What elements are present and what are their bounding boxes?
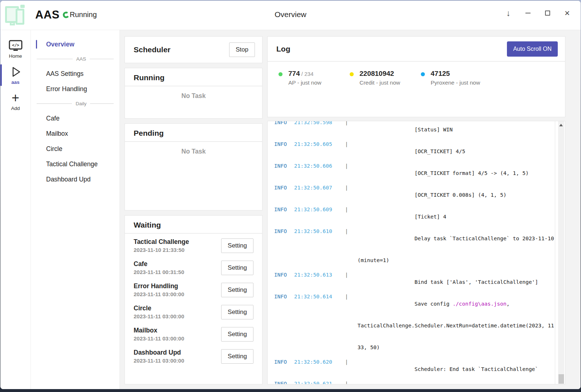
log-scrollbar[interactable] [558,121,564,384]
log-timestamp: 21:32:50.598 [294,121,345,140]
log-message-segment: TacticalChallenge.Scheduler.NextRun=date… [358,323,555,328]
minimize-button[interactable] [518,5,538,21]
sidebar-item[interactable]: Mailbox [31,126,119,141]
sidebar-item[interactable]: Overview [31,37,119,52]
waiting-task-next-run: 2023-11-11 00:31:50 [134,269,184,275]
log-line: INFO 21:32:50.609 [Ticket] 4 [274,206,555,228]
sidebar-item[interactable]: Daily [31,97,119,111]
task-setting-button[interactable]: Setting [221,349,253,364]
log-message: Scheduler: End task `TacticalChallenge` [351,358,538,380]
log-message: Bind task ['Alas', 'TacticalChallenge'] [351,271,538,293]
stop-button[interactable]: Stop [229,42,255,57]
log-message-segment: ./config\aas.json [452,301,506,307]
log-timestamp: 21:32:50.610 [294,228,345,249]
waiting-task-row: Cafe 2023-11-11 00:31:50 Setting [134,257,253,279]
stat-dot-icon [279,72,283,76]
sidebar-item[interactable]: Circle [31,141,119,156]
pending-title: Pending [134,129,253,138]
stat-label: AP - just now [288,79,350,86]
log-timestamp: 21:32:50.621 [294,380,345,384]
sidebar-item-label: Overview [46,41,74,48]
task-setting-button[interactable]: Setting [221,283,253,297]
sidebar-nav: Overview AAS AAS Settings Error Handling… [31,30,120,389]
sidebar-item[interactable]: Tactical Challenge [31,156,119,172]
log-separator [345,162,351,184]
sidebar-item[interactable]: Dashboard Upd [31,172,119,187]
stat-value-line: 47125 [431,70,492,78]
log-line: 33, 50) [274,336,555,358]
download-button[interactable]: ↓ [499,5,518,21]
log-level: INFO [274,271,294,293]
log-level: INFO [274,206,294,228]
log-title: Log [276,45,290,53]
log-line: INFO 21:32:50.606 [OCR_TICKET format] 4/… [274,162,555,184]
waiting-task-next-run: 2023-11-11 03:00:00 [134,335,184,342]
log-message-segment: Delay task `TacticalChallenge` to 2023-1… [415,236,555,241]
log-level: INFO [274,121,294,140]
log-line: INFO 21:32:50.605 [OCR_TICKET] 4/5 [274,140,555,162]
task-setting-button[interactable]: Setting [221,327,253,342]
running-card: Running No Task [125,68,263,119]
rail-item-add[interactable]: + Add [0,88,31,114]
log-message-segment: [OCR_TICKET format] 4/5 -> (4, 1, 5) [415,170,529,176]
logo-monitor-stand [10,22,15,25]
waiting-task-row: Error Handling 2023-11-11 03:00:00 Setti… [134,279,253,301]
scrollbar-thumb[interactable] [558,374,564,384]
window-controls: ↓ ✕ [499,5,577,21]
log-message-segment: [Ticket] 4 [415,214,446,220]
stat-value: 220810942 [359,70,394,77]
waiting-title: Waiting [134,221,253,229]
stat-block: 47125 Pyroxene - just now [421,70,492,86]
waiting-task-name: Circle [134,305,184,312]
play-icon [9,65,22,79]
sidebar-item[interactable]: Error Handling [31,81,119,97]
scheduler-card: Scheduler Stop [125,36,263,63]
sidebar-item[interactable]: AAS Settings [31,66,119,81]
log-header: Log Auto Scroll ON [268,37,565,62]
scrollbar-up-arrow-icon[interactable] [559,124,563,126]
sidebar-item[interactable]: AAS [31,52,119,66]
sidebar-item-label: Error Handling [46,85,87,93]
waiting-task-next-run: 2023-11-11 03:00:00 [134,313,184,319]
close-button[interactable]: ✕ [557,5,577,21]
log-message-segment: [OCR_TICKET 0.008s] (4, 1, 5) [415,192,507,198]
task-setting-button[interactable]: Setting [221,261,253,275]
log-level: INFO [274,162,294,184]
pending-empty-text: No Task [125,148,262,155]
log-line: INFO 21:32:50.610 Delay task `TacticalCh… [274,228,555,249]
waiting-task-list: Tactical Challenge 2023-11-10 21:33:50 S… [125,234,262,367]
log-level: INFO [274,228,294,249]
log-message: (minute=1) [294,249,389,271]
stat-value-line: 220810942 [359,70,421,78]
log-separator [345,121,351,140]
log-message: [OCR_TICKET format] 4/5 -> (4, 1, 5) [351,162,529,184]
waiting-card: Waiting Tactical Challenge 2023-11-10 21… [125,215,263,384]
task-setting-button[interactable]: Setting [221,238,253,253]
waiting-task-row: Dashboard Upd 2023-11-11 03:00:00 Settin… [134,345,253,367]
task-setting-button[interactable]: Setting [221,305,253,319]
log-message: [Status] WIN [351,121,452,140]
rail-item-aas[interactable]: aas [0,62,31,88]
scheduler-title: Scheduler [134,45,171,54]
title-bar: AAS Running Overview ↓ ✕ [0,1,581,30]
waiting-task-row: Tactical Challenge 2023-11-10 21:33:50 S… [134,234,253,257]
sidebar-item-label: Daily [76,101,86,106]
rail-item-home[interactable]: </> Home [0,36,31,62]
sidebar-item[interactable]: Cafe [31,111,119,126]
maximize-button[interactable] [538,5,557,21]
waiting-task-name: Cafe [134,260,184,268]
log-message: Save config ./config\aas.json, [351,293,510,315]
log-separator [345,293,351,315]
waiting-task-name: Dashboard Upd [134,349,184,356]
log-timestamp: 21:32:50.613 [294,271,345,293]
log-level: INFO [274,358,294,380]
auto-scroll-button[interactable]: Auto Scroll ON [507,41,558,57]
sidebar-item-label: Dashboard Upd [46,176,91,183]
stat-total: / 234 [300,71,314,77]
waiting-task-next-run: 2023-11-10 21:33:50 [134,247,189,253]
rail-label-home: Home [9,53,22,59]
log-timestamp: 21:32:50.609 [294,206,345,228]
log-message: [Lang] auto [351,380,450,384]
log-line: INFO 21:32:50.620 Scheduler: End task `T… [274,358,555,380]
home-code-monitor-icon: </> [8,39,23,53]
